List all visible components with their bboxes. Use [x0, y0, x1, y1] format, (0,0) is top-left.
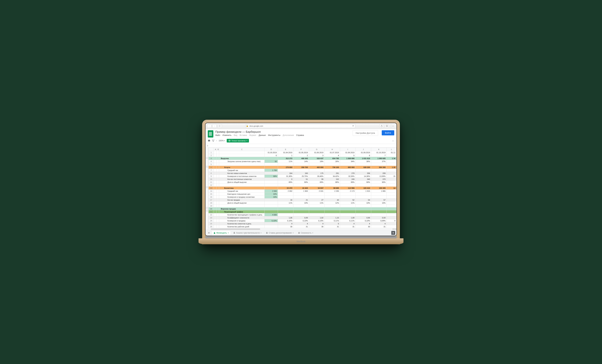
cell[interactable] [216, 187, 219, 190]
row-header[interactable]: 20 [209, 207, 214, 210]
cell[interactable] [265, 198, 278, 202]
row-header[interactable]: 25 [209, 222, 214, 225]
cell[interactable] [214, 169, 216, 172]
cell[interactable]: 30% [265, 175, 278, 178]
share-settings-button[interactable]: Настройки Доступа [353, 130, 378, 136]
row-header[interactable]: 19 [209, 204, 214, 207]
cell[interactable]: 89% [309, 181, 324, 184]
cell[interactable] [219, 184, 265, 187]
collapse-toolbar-button[interactable]: ︿ [392, 139, 394, 142]
cell[interactable] [216, 207, 219, 210]
row-header[interactable]: 10 [209, 178, 214, 181]
cell[interactable]: 90% [371, 181, 387, 184]
cell[interactable]: 4 [324, 154, 340, 157]
cell[interactable]: 0 [265, 154, 278, 157]
cell[interactable] [216, 216, 219, 219]
cell[interactable] [216, 166, 219, 169]
cell[interactable] [355, 169, 371, 172]
cell[interactable]: 31,38% [278, 175, 293, 178]
cell[interactable]: Средний чек [219, 190, 265, 193]
column-header[interactable] [209, 148, 214, 151]
menu-изменить[interactable]: Изменить [223, 134, 231, 136]
sidebar-toggle-button[interactable] [218, 124, 222, 128]
nav-back-button[interactable]: ‹ [207, 124, 211, 128]
cell[interactable] [214, 157, 216, 160]
cell[interactable]: 0,11% [324, 219, 340, 222]
cell[interactable]: 1 031 610 [355, 157, 371, 160]
column-header[interactable]: B [216, 148, 219, 151]
row-header[interactable]: 23 [209, 216, 214, 219]
cell[interactable] [265, 204, 278, 207]
cell[interactable] [278, 169, 293, 172]
menu-файл[interactable]: Файл [215, 134, 220, 136]
cell[interactable]: 18% [309, 160, 324, 163]
cell[interactable] [340, 204, 355, 207]
cell[interactable] [278, 163, 293, 166]
column-header[interactable]: A [214, 148, 216, 151]
cell[interactable] [278, 184, 293, 187]
cell[interactable] [214, 219, 216, 222]
cell[interactable] [355, 184, 371, 187]
cell[interactable]: 4 000 [265, 213, 278, 216]
cell[interactable]: 281 [324, 172, 340, 175]
cell[interactable] [214, 190, 216, 193]
cell[interactable]: 0,99 [293, 216, 309, 219]
column-header[interactable]: H [324, 148, 340, 151]
menu-формат[interactable]: Формат [249, 134, 256, 136]
cell[interactable] [265, 178, 278, 181]
cell[interactable] [265, 222, 278, 225]
cell[interactable] [371, 207, 387, 210]
cell[interactable]: 01.10.2019 [371, 151, 387, 154]
cell[interactable]: 1 983 [293, 190, 309, 193]
cell[interactable]: Воронки продаж [219, 207, 265, 210]
cell[interactable] [278, 207, 293, 210]
cell[interactable] [265, 225, 278, 228]
share-button[interactable] [379, 124, 384, 128]
cell[interactable]: 1,02 [309, 216, 324, 219]
cell[interactable] [387, 184, 397, 187]
cell[interactable] [214, 207, 216, 210]
cell[interactable]: Пешеходный трафик [219, 210, 265, 213]
menu-данные[interactable]: Данные [259, 134, 266, 136]
zoom-select[interactable]: 100% ▾ [219, 139, 225, 142]
cell[interactable]: 4 [309, 222, 324, 225]
cell[interactable] [265, 202, 278, 204]
cell[interactable]: 01.07.2019 [324, 151, 340, 154]
cell[interactable] [340, 195, 355, 198]
cell[interactable]: 89% [278, 181, 293, 184]
cell[interactable] [214, 216, 216, 219]
cell[interactable] [387, 193, 397, 195]
cell[interactable]: 16 [278, 198, 293, 202]
cell[interactable]: 312 272 [278, 157, 293, 160]
cell[interactable] [216, 193, 219, 195]
cell[interactable] [387, 210, 397, 213]
cell[interactable]: Конверсия в постоянных клиентов [219, 175, 265, 178]
cell[interactable]: 31 [340, 225, 355, 228]
cell[interactable] [214, 178, 216, 181]
row-header[interactable]: 22 [209, 213, 214, 216]
row-header[interactable]: 24 [209, 219, 214, 222]
cell[interactable]: 31 [324, 225, 340, 228]
horizontal-scrollbar[interactable] [208, 228, 397, 230]
row-header[interactable]: 3 [209, 157, 214, 160]
cell[interactable]: 29,75% [293, 175, 309, 178]
cell[interactable] [387, 169, 397, 172]
cell[interactable] [355, 204, 371, 207]
cell[interactable]: 01.06.2019 [309, 151, 324, 154]
cell[interactable] [387, 198, 397, 202]
cell[interactable]: 895 900 [340, 166, 355, 169]
print-icon[interactable] [208, 139, 210, 142]
cell[interactable]: 27 [309, 198, 324, 202]
cell[interactable] [216, 204, 219, 207]
cell[interactable]: 30,46% [309, 175, 324, 178]
cell[interactable] [293, 169, 309, 172]
cell[interactable]: 89% [340, 181, 355, 184]
cell[interactable]: 11% [340, 202, 355, 204]
cell[interactable] [309, 207, 324, 210]
cell[interactable]: 0,10% [278, 219, 293, 222]
cell[interactable]: 278 800 [278, 166, 293, 169]
cell[interactable]: 112 996 [340, 187, 355, 190]
cell[interactable] [216, 175, 219, 178]
cell[interactable] [265, 210, 278, 213]
cell[interactable]: 50 [265, 160, 278, 163]
